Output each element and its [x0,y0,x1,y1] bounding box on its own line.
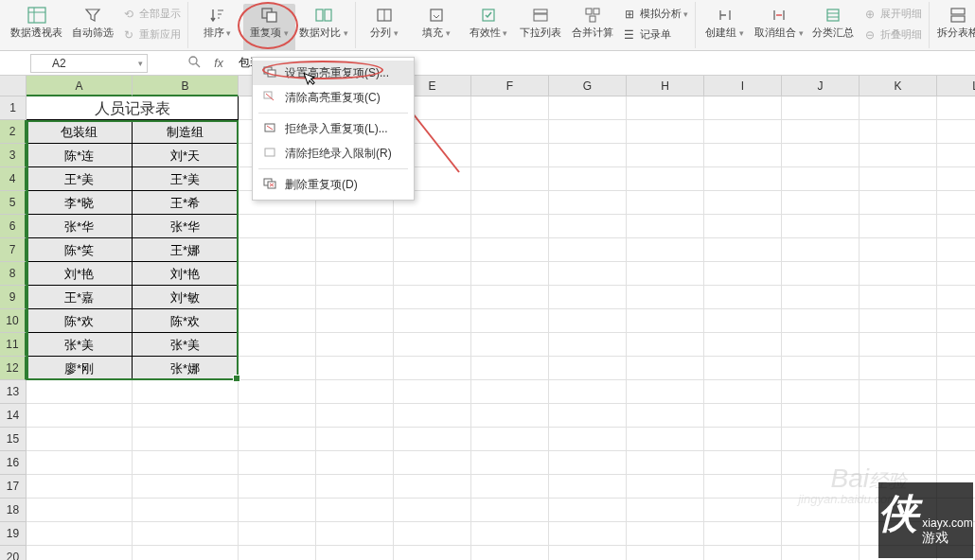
cell[interactable] [133,475,239,499]
cell[interactable] [471,522,549,546]
cell[interactable] [782,380,860,404]
ungroup-button[interactable]: 取消组合 [751,4,807,51]
cell[interactable] [704,522,782,546]
cell[interactable] [860,309,937,333]
cell[interactable] [133,380,239,404]
cell[interactable] [860,191,937,215]
row-header[interactable]: 19 [0,522,27,546]
cell[interactable] [704,546,782,560]
cell[interactable] [782,333,860,357]
row-header[interactable]: 20 [0,546,27,560]
cell[interactable] [239,475,316,499]
cell[interactable] [860,96,937,120]
cell[interactable] [316,404,394,428]
cell[interactable] [471,475,549,499]
cell[interactable] [394,215,471,238]
cell[interactable] [471,309,549,333]
cell[interactable] [704,286,782,309]
cell[interactable] [937,380,975,404]
row-header[interactable]: 13 [0,380,27,404]
cell[interactable] [549,262,627,286]
cell[interactable] [133,499,239,522]
cell[interactable] [782,286,860,309]
cell[interactable] [860,215,937,238]
cell[interactable] [782,309,860,333]
cell[interactable] [627,546,704,560]
cell[interactable]: 刘*艳 [27,262,133,286]
cell[interactable] [471,215,549,238]
cell[interactable] [937,333,975,357]
cell[interactable] [27,499,133,522]
cell[interactable] [133,451,239,475]
cell[interactable]: 张*美 [133,333,239,357]
cell[interactable] [937,215,975,238]
cell[interactable] [549,286,627,309]
cell[interactable] [471,546,549,560]
cell[interactable]: 陈*欢 [27,309,133,333]
cell[interactable] [549,333,627,357]
cell[interactable]: 张*华 [27,215,133,238]
cell[interactable] [394,428,471,451]
cell[interactable]: 张*美 [27,333,133,357]
column-header[interactable]: G [549,76,627,96]
cell[interactable] [549,357,627,380]
cell[interactable] [704,262,782,286]
cell[interactable] [133,404,239,428]
cell[interactable] [704,357,782,380]
cell[interactable] [782,262,860,286]
row-header[interactable]: 14 [0,404,27,428]
cell[interactable] [704,191,782,215]
cell[interactable] [239,262,316,286]
row-header[interactable]: 11 [0,333,27,357]
table-title[interactable]: 人员记录表 [27,96,239,120]
cell[interactable] [316,522,394,546]
cell[interactable]: 李*晓 [27,191,133,215]
menu-delete-duplicates[interactable]: 删除重复项(D) [253,172,414,197]
fill-button[interactable]: 填充 [411,4,463,51]
column-header[interactable]: J [782,76,860,96]
cell[interactable] [627,333,704,357]
cell[interactable] [394,546,471,560]
cell[interactable] [704,404,782,428]
cell[interactable] [627,286,704,309]
cell[interactable] [860,238,937,262]
cell[interactable] [316,475,394,499]
cell[interactable] [239,238,316,262]
cell[interactable] [627,144,704,167]
cell[interactable] [316,546,394,560]
row-header[interactable]: 10 [0,309,27,333]
cell[interactable] [239,286,316,309]
cell[interactable] [239,215,316,238]
cell[interactable] [133,522,239,546]
cell[interactable] [704,380,782,404]
cell[interactable] [239,380,316,404]
cell[interactable]: 王*娜 [133,238,239,262]
cell[interactable]: 王*嘉 [27,286,133,309]
cell[interactable] [627,357,704,380]
cell[interactable] [394,309,471,333]
cell[interactable] [471,96,549,120]
cell[interactable] [627,428,704,451]
reapply-button[interactable]: ↻ 重新应用 [118,25,185,45]
show-detail-button[interactable]: ⊕ 展开明细 [860,4,926,25]
what-if-button[interactable]: ⊞ 模拟分析 [619,4,693,25]
cell[interactable] [860,333,937,357]
cell[interactable] [133,428,239,451]
cell[interactable] [549,167,627,191]
cell[interactable] [316,451,394,475]
cell[interactable] [394,380,471,404]
cell[interactable] [937,451,975,475]
cell[interactable]: 廖*刚 [27,357,133,380]
cell[interactable] [471,499,549,522]
cell[interactable] [316,262,394,286]
cell[interactable] [627,120,704,144]
cell[interactable] [316,238,394,262]
row-header[interactable]: 1 [0,96,27,120]
cell[interactable] [239,357,316,380]
column-header[interactable]: K [860,76,937,96]
cell[interactable] [549,144,627,167]
column-header[interactable]: I [704,76,782,96]
fx-button[interactable]: fx [208,57,229,70]
cell[interactable] [27,522,133,546]
cell[interactable]: 陈*笑 [27,238,133,262]
